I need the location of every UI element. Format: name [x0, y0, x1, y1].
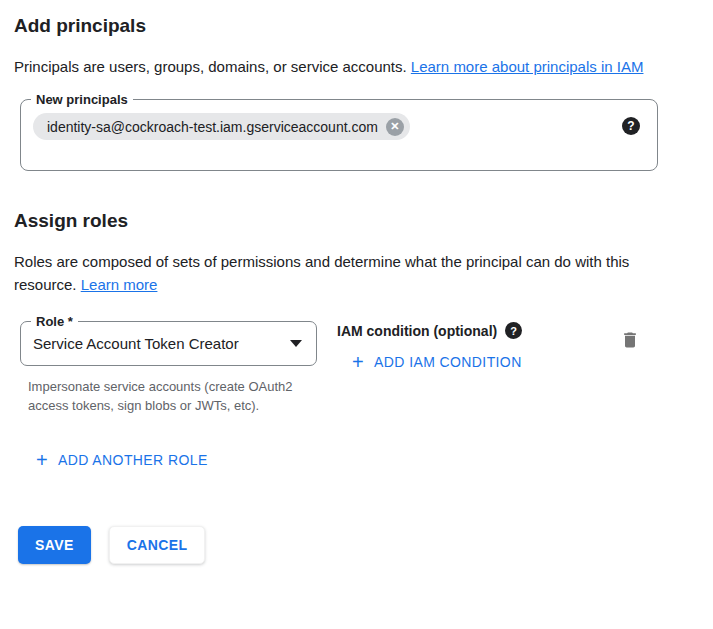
new-principals-label: New principals: [31, 91, 133, 108]
delete-role-button[interactable]: [618, 327, 642, 356]
save-button[interactable]: SAVE: [18, 526, 91, 564]
principal-chip-text: identity-sa@cockroach-test.iam.gservicea…: [47, 119, 378, 135]
add-another-role-button[interactable]: + ADD ANOTHER ROLE: [36, 451, 208, 469]
trash-icon: [620, 329, 640, 351]
add-iam-condition-button[interactable]: + ADD IAM CONDITION: [352, 353, 522, 371]
iam-condition-help-icon[interactable]: ?: [505, 322, 522, 339]
page-title: Add principals: [14, 14, 699, 37]
iam-condition-column: IAM condition (optional) ? + ADD IAM CON…: [337, 321, 522, 373]
role-row: Role * Service Account Token Creator Imp…: [20, 321, 713, 415]
plus-icon: +: [352, 353, 364, 371]
role-label: Role *: [31, 313, 78, 330]
cancel-button[interactable]: CANCEL: [109, 526, 206, 564]
principals-description: Principals are users, groups, domains, o…: [14, 54, 664, 79]
role-select[interactable]: Role * Service Account Token Creator: [20, 321, 317, 366]
learn-more-principals-link[interactable]: Learn more about principals in IAM: [411, 58, 644, 75]
assign-roles-title: Assign roles: [14, 209, 699, 232]
principals-description-text: Principals are users, groups, domains, o…: [14, 58, 411, 75]
chevron-down-icon: [290, 340, 302, 347]
add-iam-condition-label: ADD IAM CONDITION: [374, 354, 522, 370]
role-helper-text: Impersonate service accounts (create OAu…: [28, 377, 316, 415]
role-column: Role * Service Account Token Creator Imp…: [20, 321, 317, 415]
new-principals-help-icon[interactable]: ?: [622, 117, 640, 135]
roles-description: Roles are composed of sets of permission…: [14, 250, 632, 296]
principal-chip: identity-sa@cockroach-test.iam.gservicea…: [33, 113, 410, 140]
add-another-role-label: ADD ANOTHER ROLE: [58, 452, 208, 468]
role-selected-value: Service Account Token Creator: [33, 335, 239, 352]
learn-more-roles-link[interactable]: Learn more: [81, 276, 158, 293]
new-principals-field[interactable]: New principals identity-sa@cockroach-tes…: [20, 99, 658, 171]
dialog-actions: SAVE CANCEL: [18, 526, 713, 564]
chip-remove-icon[interactable]: ✕: [386, 118, 404, 136]
iam-condition-label-row: IAM condition (optional) ?: [337, 322, 522, 339]
plus-icon: +: [36, 451, 48, 469]
add-principals-panel: Add principals Principals are users, gro…: [0, 0, 713, 564]
iam-condition-label: IAM condition (optional): [337, 323, 497, 339]
